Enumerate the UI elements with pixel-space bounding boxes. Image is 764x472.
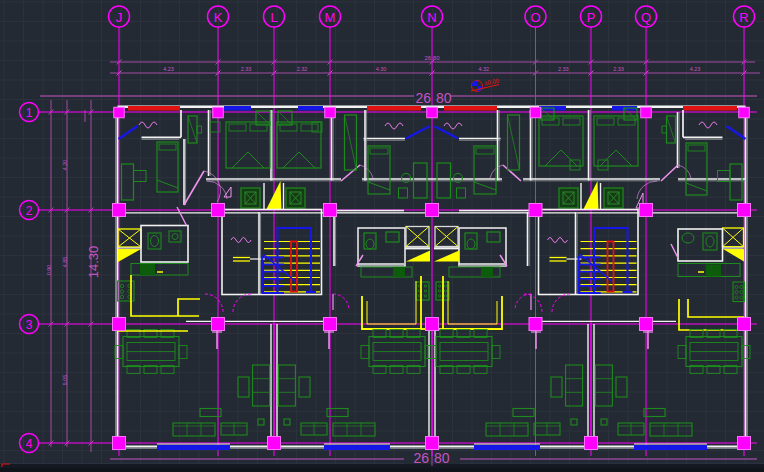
svg-text:4.32: 4.32 [478, 66, 489, 72]
svg-text:Q: Q [641, 10, 651, 25]
svg-text:4.85: 4.85 [62, 257, 68, 268]
svg-text:3: 3 [26, 318, 33, 332]
svg-text:2: 2 [26, 204, 33, 218]
svg-text:4.23: 4.23 [163, 66, 174, 72]
svg-text:2.33: 2.33 [613, 66, 624, 72]
svg-text:4.23: 4.23 [690, 66, 701, 72]
svg-text:2.32: 2.32 [297, 66, 308, 72]
svg-text:L: L [270, 10, 277, 25]
svg-text:2.33: 2.33 [241, 66, 252, 72]
svg-text:80: 80 [434, 450, 450, 466]
svg-text:26: 26 [415, 90, 431, 106]
svg-text:M: M [325, 10, 336, 25]
svg-text:1: 1 [26, 106, 33, 120]
svg-text:K: K [214, 10, 223, 25]
svg-text:2.33: 2.33 [558, 66, 569, 72]
svg-text:14.30: 14.30 [86, 246, 101, 279]
svg-text:J: J [116, 10, 123, 25]
svg-text:0.90: 0.90 [46, 265, 52, 276]
svg-text:R: R [739, 10, 748, 25]
svg-text:5.05: 5.05 [62, 375, 68, 386]
svg-text:O: O [530, 10, 540, 25]
svg-text:4: 4 [26, 437, 33, 451]
svg-text:P: P [587, 10, 596, 25]
svg-text:4.20: 4.20 [62, 160, 68, 171]
svg-text:N: N [427, 10, 436, 25]
svg-text:80: 80 [436, 90, 452, 106]
svg-text:26: 26 [413, 450, 429, 466]
svg-text:4.30: 4.30 [376, 66, 387, 72]
